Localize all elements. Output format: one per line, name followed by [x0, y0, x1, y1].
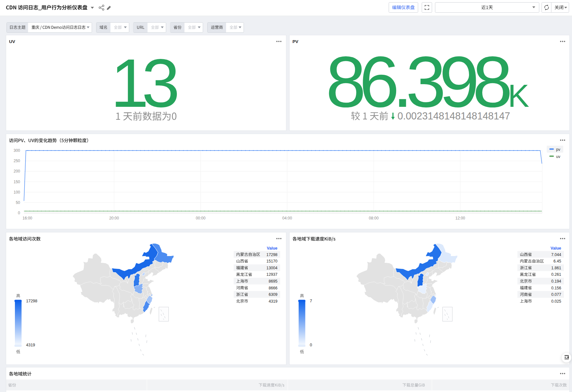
svg-text:50: 50 [16, 200, 20, 205]
svg-text:6.45: 6.45 [554, 259, 561, 263]
svg-text:7.044: 7.044 [551, 252, 561, 257]
svg-text:Value: Value [267, 246, 278, 251]
svg-text:04:00: 04:00 [282, 216, 292, 220]
svg-text:300: 300 [14, 148, 20, 153]
svg-text:UV: UV [9, 39, 15, 44]
svg-text:0.156: 0.156 [551, 286, 561, 290]
svg-text:200: 200 [14, 169, 20, 174]
svg-text:7: 7 [310, 299, 312, 303]
svg-text:K: K [508, 78, 529, 114]
svg-text:20:00: 20:00 [109, 216, 119, 220]
svg-text:4319: 4319 [26, 343, 35, 347]
svg-text:86.398: 86.398 [326, 41, 510, 122]
svg-text:0.025: 0.025 [551, 299, 561, 304]
svg-text:0.0023148148148148147: 0.0023148148148148147 [397, 110, 510, 121]
svg-text:uv: uv [556, 154, 560, 159]
svg-text:6309: 6309 [269, 292, 277, 297]
svg-text:250: 250 [14, 159, 20, 163]
svg-text:13: 13 [111, 45, 177, 121]
svg-text:00:00: 00:00 [196, 216, 205, 220]
svg-text:17298: 17298 [26, 299, 38, 303]
svg-text:150: 150 [14, 180, 20, 184]
svg-text:8666: 8666 [269, 286, 277, 290]
svg-text:0.194: 0.194 [551, 279, 561, 284]
svg-text:4319: 4319 [269, 299, 277, 304]
svg-text:0: 0 [18, 211, 20, 215]
svg-text:0: 0 [310, 343, 312, 347]
svg-text:PV: PV [292, 39, 298, 44]
svg-text:08:00: 08:00 [369, 216, 379, 220]
svg-text:Value: Value [551, 246, 561, 251]
svg-text:12937: 12937 [267, 272, 278, 277]
svg-text:17298: 17298 [267, 252, 278, 257]
svg-text:0.261: 0.261 [551, 272, 561, 277]
svg-text:16:00: 16:00 [22, 216, 32, 220]
svg-text:12:00: 12:00 [455, 216, 465, 220]
svg-text:100: 100 [14, 190, 20, 195]
svg-text:15170: 15170 [267, 259, 278, 263]
svg-text:0.077: 0.077 [551, 292, 561, 297]
svg-text:pv: pv [556, 147, 560, 152]
svg-text:13004: 13004 [267, 266, 278, 270]
svg-text:1.861: 1.861 [551, 266, 561, 270]
svg-text:8695: 8695 [269, 279, 277, 284]
